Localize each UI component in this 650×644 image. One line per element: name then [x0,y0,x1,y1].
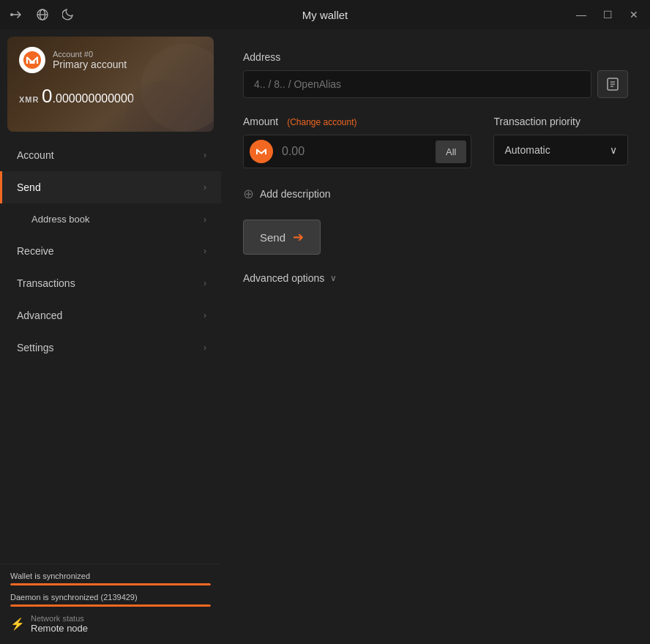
chevron-icon-receive: › [203,246,206,256]
svg-point-0 [10,13,13,16]
add-description-row[interactable]: ⊕ Add description [243,186,628,202]
account-balance: XMR 0.000000000000 [19,85,202,108]
sidebar-item-address-book[interactable]: Address book › [0,203,221,235]
titlebar-left [9,7,76,22]
lightning-icon: ⚡ [10,617,25,631]
chevron-icon-settings: › [203,342,206,353]
send-button[interactable]: Send ➔ [243,220,321,255]
network-status: ⚡ Network status Remote node [10,614,211,634]
content-area: Address Amount (Change account) [221,29,650,644]
address-book-button[interactable] [597,70,628,98]
add-description-icon: ⊕ [243,186,254,202]
moon-icon[interactable] [61,7,76,22]
sidebar-label-receive: Receive [17,245,54,257]
send-label: Send [260,231,285,244]
add-description-label: Add description [260,188,331,200]
wallet-sync-bar [10,583,211,585]
balance-amount: 0.000000000000 [42,85,134,107]
daemon-sync-fill [10,604,211,607]
status-bar: Wallet is synchronized Daemon is synchro… [0,564,221,644]
balance-decimal: .000000000000 [53,92,134,105]
main-layout: Account #0 Primary account XMR 0.0000000… [0,29,650,644]
network-label: Network status [31,614,88,623]
sidebar-label-settings: Settings [17,342,54,353]
chevron-icon-send: › [203,182,206,192]
network-info: Network status Remote node [31,614,88,634]
sidebar: Account #0 Primary account XMR 0.0000000… [0,29,221,644]
chevron-icon-account: › [203,150,206,160]
sidebar-item-account[interactable]: Account › [0,139,221,171]
close-button[interactable]: ✕ [627,9,641,20]
balance-currency: XMR [19,95,39,104]
daemon-sync-bar [10,604,211,607]
amount-label: Amount (Change account) [243,116,471,127]
sidebar-item-transactions[interactable]: Transactions › [0,267,221,299]
account-number: Account #0 [53,50,127,59]
send-arrow-icon: ➔ [293,229,304,245]
sidebar-label-account: Account [17,149,54,161]
daemon-sync-label: Daemon is synchronized (2139429) [10,593,211,602]
account-card[interactable]: Account #0 Primary account XMR 0.0000000… [7,37,214,132]
account-info: Account #0 Primary account [53,50,127,70]
chevron-icon-address-book: › [203,214,206,225]
amount-priority-row: Amount (Change account) All Transaction … [243,116,628,168]
amount-section: Amount (Change account) All [243,116,471,168]
address-row [243,70,628,98]
amount-input[interactable] [279,138,431,165]
sidebar-item-send[interactable]: Send › [0,171,221,203]
priority-chevron-icon: ∨ [610,144,617,156]
sidebar-label-address-book: Address book [31,214,90,225]
advanced-options-label: Advanced options [243,272,324,284]
account-header: Account #0 Primary account [19,47,202,73]
advanced-chevron-icon: ∨ [330,273,337,283]
address-input[interactable] [243,70,591,98]
sidebar-label-transactions: Transactions [17,277,75,289]
maximize-button[interactable]: ☐ [600,9,615,20]
chevron-icon-advanced: › [203,310,206,321]
advanced-options-row[interactable]: Advanced options ∨ [243,272,628,284]
priority-select[interactable]: Automatic ∨ [493,135,628,165]
priority-section: Transaction priority Automatic ∨ [493,116,628,165]
sidebar-label-advanced: Advanced [17,310,62,321]
monero-logo [19,47,45,73]
monero-icon-small [250,140,273,163]
titlebar-controls: — ☐ ✕ [574,9,641,20]
change-account-link[interactable]: (Change account) [287,117,356,127]
sidebar-item-receive[interactable]: Receive › [0,235,221,267]
svg-point-4 [23,51,41,69]
window-title: My wallet [302,9,348,21]
amount-input-row: All [243,135,471,168]
account-name: Primary account [53,59,127,70]
priority-label: Transaction priority [493,116,628,127]
priority-value: Automatic [504,144,550,156]
wallet-sync-label: Wallet is synchronized [10,572,211,580]
globe-icon[interactable] [35,7,50,22]
sidebar-label-send: Send [17,181,41,193]
minimize-button[interactable]: — [574,9,589,20]
all-button[interactable]: All [436,141,466,163]
wallet-sync-fill [10,583,211,585]
balance-whole: 0 [42,85,52,107]
nav-section: Account › Send › Address book › Receive … [0,139,221,564]
address-label: Address [243,51,628,63]
sidebar-item-advanced[interactable]: Advanced › [0,299,221,332]
chevron-icon-transactions: › [203,278,206,288]
transfer-icon[interactable] [9,7,23,22]
network-value: Remote node [31,623,88,634]
titlebar: My wallet — ☐ ✕ [0,0,650,29]
sidebar-item-settings[interactable]: Settings › [0,332,221,364]
